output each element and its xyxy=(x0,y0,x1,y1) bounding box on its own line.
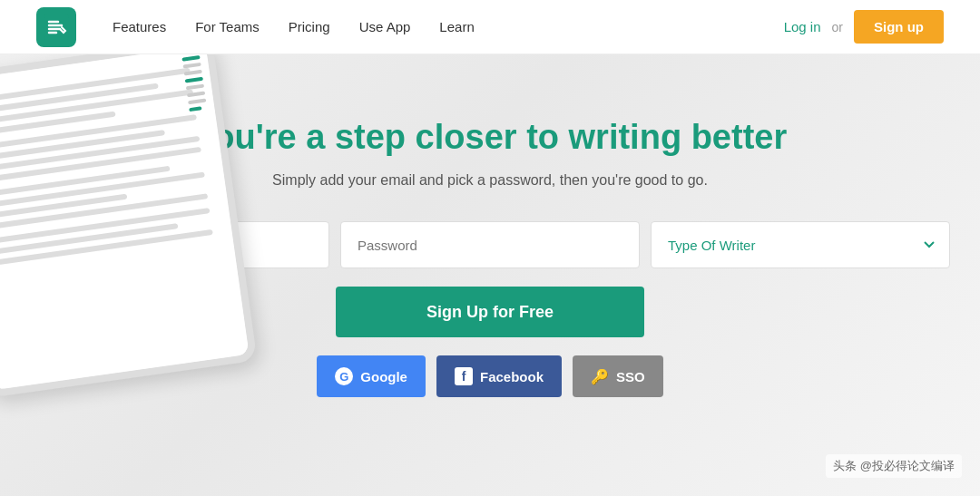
nav-link-use-app[interactable]: Use App xyxy=(359,19,411,34)
nav-right: Log in or Sign up xyxy=(784,10,944,44)
logo[interactable] xyxy=(36,7,76,47)
google-label: Google xyxy=(360,369,407,384)
nav-link-features[interactable]: Features xyxy=(113,19,166,34)
tablet-illustration xyxy=(0,54,290,408)
sso-label: SSO xyxy=(616,369,645,384)
hero-section: You're a step closer to writing better S… xyxy=(0,54,980,496)
google-login-button[interactable]: G Google xyxy=(317,355,426,397)
svg-rect-0 xyxy=(44,15,69,40)
login-link[interactable]: Log in xyxy=(784,19,821,34)
tablet-screen xyxy=(0,54,250,390)
nav-link-learn[interactable]: Learn xyxy=(439,19,474,34)
facebook-label: Facebook xyxy=(480,369,544,384)
writer-type-select[interactable]: Type Of Writer Student Academic Professi… xyxy=(651,221,950,268)
tablet-device xyxy=(0,54,258,398)
watermark: 头条 @投必得论文编译 xyxy=(826,454,962,478)
google-icon: G xyxy=(335,367,353,385)
password-input[interactable] xyxy=(340,221,640,268)
navbar: Features For Teams Pricing Use App Learn… xyxy=(0,0,980,54)
social-login-row: G Google f Facebook 🔑 SSO xyxy=(317,355,662,397)
or-separator: or xyxy=(832,20,843,34)
key-icon: 🔑 xyxy=(591,368,609,385)
facebook-login-button[interactable]: f Facebook xyxy=(436,355,562,397)
facebook-icon: f xyxy=(455,367,473,385)
nav-link-for-teams[interactable]: For Teams xyxy=(195,19,260,34)
sso-login-button[interactable]: 🔑 SSO xyxy=(573,355,663,397)
signup-button[interactable]: Sign up xyxy=(854,10,944,44)
logo-icon xyxy=(36,7,76,47)
signup-free-button[interactable]: Sign Up for Free xyxy=(336,287,644,337)
nav-links: Features For Teams Pricing Use App Learn xyxy=(113,19,784,34)
nav-link-pricing[interactable]: Pricing xyxy=(289,19,330,34)
